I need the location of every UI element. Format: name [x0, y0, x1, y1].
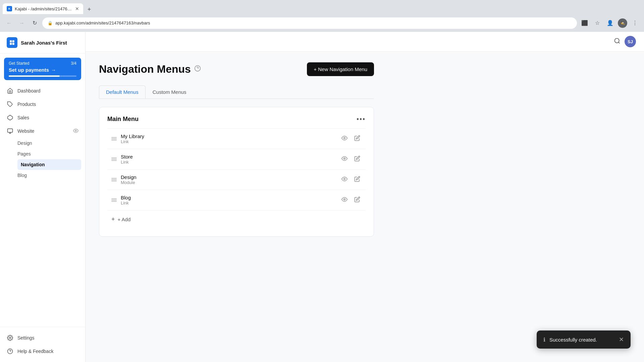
eye-icon[interactable] — [73, 128, 78, 134]
browser-tabs: K Kajabi - /admin/sites/214764716... ✕ + — [0, 0, 644, 14]
svg-marker-5 — [8, 115, 13, 120]
app-layout: Sarah Jonas's First Get Started 3/4 Set … — [0, 32, 644, 362]
browser-actions: ⬛ ☆ 👤 🕵 ⋮ — [580, 18, 640, 28]
sub-nav-pages[interactable]: Pages — [17, 148, 85, 159]
menu-item-info-design: Design Module — [121, 174, 336, 185]
toast-close-button[interactable]: ✕ — [619, 336, 624, 343]
visibility-icon-design[interactable] — [340, 175, 349, 185]
menu-item-design: Design Module — [107, 169, 366, 190]
edit-icon-my-library[interactable] — [353, 134, 362, 144]
gear-icon — [7, 335, 13, 341]
sidebar-bottom: Settings Help & Feedback — [0, 327, 85, 362]
tab-close-icon[interactable]: ✕ — [75, 6, 79, 11]
progress-bar — [9, 75, 76, 77]
menu-card: Main Menu ••• My Library Link — [99, 107, 374, 237]
menu-item-name-store: Store — [121, 154, 336, 160]
incognito-button[interactable]: 🕵 — [618, 18, 627, 28]
sidebar-item-products[interactable]: Products — [0, 98, 85, 111]
menu-item-info-store: Store Link — [121, 154, 336, 165]
toast-notification: ℹ Successfully created. ✕ — [537, 330, 631, 349]
reload-button[interactable]: ↻ — [30, 18, 40, 28]
menu-item-info-blog: Blog Link — [121, 195, 336, 205]
products-label: Products — [17, 102, 36, 107]
house-icon — [7, 87, 13, 94]
search-button[interactable] — [614, 38, 621, 46]
new-tab-button[interactable]: + — [85, 5, 94, 14]
drag-handle-blog[interactable] — [111, 198, 117, 202]
menu-item-store: Store Link — [107, 149, 366, 169]
svg-line-14 — [619, 42, 620, 43]
progress-fill — [9, 75, 60, 77]
new-navigation-menu-button[interactable]: + New Navigation Menu — [307, 62, 374, 76]
monitor-icon — [7, 128, 13, 134]
menu-icon[interactable]: ⋮ — [630, 18, 640, 28]
edit-icon-design[interactable] — [353, 175, 362, 185]
svg-point-10 — [9, 337, 11, 339]
get-started-top: Get Started 3/4 — [9, 61, 76, 66]
back-button[interactable]: ← — [4, 18, 14, 28]
profile-icon[interactable]: 👤 — [605, 18, 615, 28]
svg-point-9 — [75, 130, 76, 131]
menu-item-actions-my-library — [340, 134, 362, 144]
svg-point-19 — [344, 178, 345, 180]
sales-label: Sales — [17, 115, 29, 120]
sidebar-logo — [7, 37, 17, 48]
page-title-row: Navigation Menus — [99, 63, 201, 75]
menu-card-more-button[interactable]: ••• — [357, 115, 366, 123]
edit-icon-blog[interactable] — [353, 195, 362, 205]
avatar[interactable]: SJ — [625, 36, 636, 47]
visibility-icon-blog[interactable] — [340, 195, 349, 205]
dashboard-label: Dashboard — [17, 88, 41, 94]
sidebar-scroll: Sarah Jonas's First Get Started 3/4 Set … — [0, 32, 85, 327]
sub-nav-design[interactable]: Design — [17, 138, 85, 148]
menu-item-name-blog: Blog — [121, 195, 336, 200]
circle-question-icon — [7, 348, 13, 355]
sidebar-item-website[interactable]: Website — [0, 124, 85, 138]
sub-nav-navigation[interactable]: Navigation — [17, 159, 81, 170]
menu-item-type-blog: Link — [121, 200, 336, 205]
sub-nav-blog[interactable]: Blog — [17, 170, 85, 181]
forward-button[interactable]: → — [17, 18, 27, 28]
address-bar[interactable]: 🔒 app.kajabi.com/admin/sites/2147647163/… — [42, 17, 577, 29]
svg-rect-6 — [8, 129, 13, 132]
drag-handle-my-library[interactable] — [111, 137, 117, 140]
sidebar-item-sales[interactable]: Sales — [0, 111, 85, 124]
menu-item-actions-store — [340, 154, 362, 164]
help-circle-icon[interactable] — [194, 65, 201, 73]
diamond-icon — [7, 114, 13, 121]
visibility-icon-my-library[interactable] — [340, 134, 349, 144]
add-menu-item-button[interactable]: + + Add — [107, 210, 366, 228]
tab-default-menus[interactable]: Default Menus — [99, 85, 146, 99]
edit-icon-store[interactable] — [353, 154, 362, 164]
sidebar-item-help[interactable]: Help & Feedback — [0, 345, 85, 358]
bookmark-icon[interactable]: ☆ — [592, 18, 602, 28]
sidebar-item-dashboard[interactable]: Dashboard — [0, 84, 85, 98]
toast-info-icon: ℹ — [543, 337, 545, 343]
content-area: Navigation Menus + New Navigation Menu D… — [86, 52, 387, 247]
tab-custom-menus[interactable]: Custom Menus — [146, 85, 194, 99]
svg-point-13 — [615, 38, 619, 43]
cast-icon[interactable]: ⬛ — [580, 18, 590, 28]
browser-tab-active[interactable]: K Kajabi - /admin/sites/214764716... ✕ — [3, 3, 83, 14]
menu-item-actions-design — [340, 175, 362, 185]
menu-card-header: Main Menu ••• — [107, 115, 366, 123]
add-icon: + — [111, 216, 115, 223]
get-started-title: Set up payments → — [9, 67, 76, 73]
page-header: Navigation Menus + New Navigation Menu — [99, 62, 374, 76]
toast-message: Successfully created. — [549, 337, 615, 343]
svg-rect-0 — [10, 40, 12, 42]
get-started-banner[interactable]: Get Started 3/4 Set up payments → — [4, 58, 81, 80]
lock-icon: 🔒 — [48, 21, 53, 25]
tab-favicon: K — [7, 6, 12, 11]
drag-handle-design[interactable] — [111, 178, 117, 181]
tabs: Default Menus Custom Menus — [99, 85, 374, 99]
drag-handle-store[interactable] — [111, 158, 117, 161]
visibility-icon-store[interactable] — [340, 154, 349, 164]
sidebar-item-settings[interactable]: Settings — [0, 331, 85, 345]
help-label: Help & Feedback — [17, 349, 53, 354]
url-text: app.kajabi.com/admin/sites/2147647163/na… — [55, 20, 150, 25]
svg-point-17 — [344, 137, 345, 139]
menu-item-type-design: Module — [121, 180, 336, 185]
menu-item-name-design: Design — [121, 174, 336, 180]
svg-rect-2 — [10, 43, 12, 45]
